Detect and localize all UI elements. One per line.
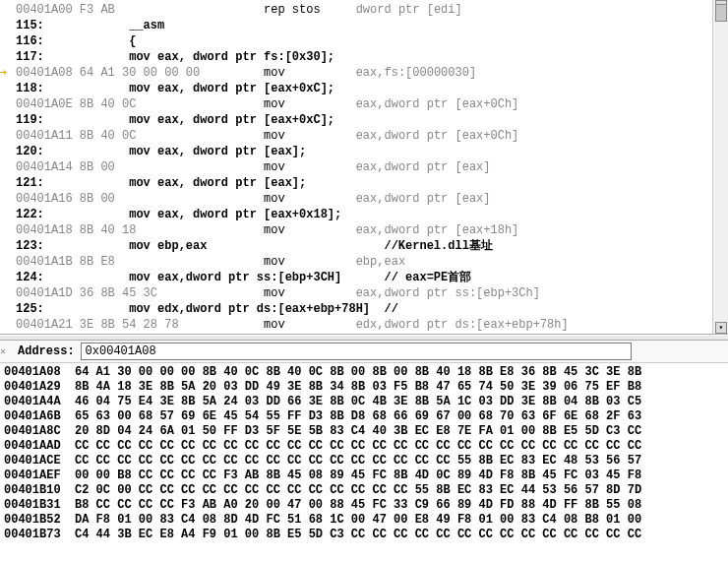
source-line[interactable]: 125: mov edx,dword ptr ds:[eax+ebp+78H] … (16, 301, 724, 317)
hex-row[interactable]: 00401A8C 20 8D 04 24 6A 01 50 FF D3 5F 5… (4, 424, 724, 439)
source-line[interactable]: 118: mov eax, dword ptr [eax+0xC]; (16, 81, 724, 96)
source-line[interactable]: 124: mov eax,dword ptr ss:[ebp+3CH] // e… (16, 270, 724, 285)
asm-line[interactable]: 00401A21 3E 8B 54 28 78 mov edx,dword pt… (16, 317, 724, 333)
address-input[interactable] (81, 343, 632, 360)
asm-line[interactable]: 00401A1D 36 8B 45 3C mov eax,dword ptr s… (16, 285, 724, 301)
hex-row[interactable]: 00401AAD CC CC CC CC CC CC CC CC CC CC C… (4, 439, 724, 454)
disassembly-listing[interactable]: 00401A00 F3 AB rep stos dword ptr [edi]1… (0, 0, 728, 334)
hex-row[interactable]: 00401B31 B8 CC CC CC CC F3 AB A0 20 00 4… (4, 498, 724, 513)
source-line[interactable]: 121: mov eax, dword ptr [eax]; (16, 175, 724, 191)
hex-row[interactable]: 00401A08 64 A1 30 00 00 00 8B 40 0C 8B 4… (4, 365, 724, 380)
asm-line[interactable]: 00401A0E 8B 40 0C mov eax,dword ptr [eax… (16, 96, 724, 112)
asm-line[interactable]: 00401A00 F3 AB rep stos dword ptr [edi] (16, 2, 724, 18)
disassembly-pane: ➔ 00401A00 F3 AB rep stos dword ptr [edi… (0, 0, 728, 335)
asm-line[interactable]: 00401A08 64 A1 30 00 00 00 mov eax,fs:[0… (16, 65, 724, 81)
asm-line[interactable]: 00401A16 8B 00 mov eax,dword ptr [eax] (16, 191, 724, 207)
source-line[interactable]: 119: mov eax, dword ptr [eax+0xC]; (16, 112, 724, 128)
asm-line[interactable]: 00401A11 8B 40 0C mov eax,dword ptr [eax… (16, 128, 724, 144)
scroll-thumb[interactable] (715, 4, 727, 22)
source-line[interactable]: 123: mov ebp,eax //Kernel.dll基址 (16, 238, 724, 254)
source-line[interactable]: 122: mov eax, dword ptr [eax+0x18]; (16, 207, 724, 222)
current-line-arrow: ➔ (0, 65, 7, 80)
asm-line[interactable]: 00401A14 8B 00 mov eax,dword ptr [eax] (16, 159, 724, 175)
scroll-down-arrow[interactable]: ▾ (715, 322, 727, 334)
source-line[interactable]: 116: { (16, 33, 724, 49)
vertical-scrollbar[interactable]: ▴ ▾ (712, 0, 728, 334)
source-line[interactable]: 117: mov eax, dword ptr fs:[0x30]; (16, 49, 724, 65)
hex-row[interactable]: 00401A6B 65 63 00 68 57 69 6E 45 54 55 F… (4, 409, 724, 424)
source-line[interactable]: 115: __asm (16, 18, 724, 33)
source-line[interactable]: 120: mov eax, dword ptr [eax]; (16, 144, 724, 159)
asm-line[interactable]: 00401A1B 8B E8 mov ebp,eax (16, 254, 724, 270)
hex-row[interactable]: 00401B73 C4 44 3B EC E8 A4 F9 01 00 8B E… (4, 528, 724, 542)
address-label: Address: (18, 344, 75, 358)
asm-line[interactable]: 00401A18 8B 40 18 mov eax,dword ptr [eax… (16, 222, 724, 238)
hex-row[interactable]: 00401AEF 00 00 B8 CC CC CC CC F3 AB 8B 4… (4, 468, 724, 483)
hex-row[interactable]: 00401A29 8B 4A 18 3E 8B 5A 20 03 DD 49 3… (4, 380, 724, 395)
hex-row[interactable]: 00401ACE CC CC CC CC CC CC CC CC CC CC C… (4, 454, 724, 468)
hex-row[interactable]: 00401B10 C2 0C 00 CC CC CC CC CC CC CC C… (4, 483, 724, 498)
hex-row[interactable]: 00401B52 DA F8 01 00 83 C4 08 8D 4D FC 5… (4, 513, 724, 528)
memory-pane: ✕ Address: 00401A08 64 A1 30 00 00 00 8B… (0, 341, 728, 562)
pin-icon[interactable]: ✕ (0, 345, 6, 357)
hex-row[interactable]: 00401A4A 46 04 75 E4 3E 8B 5A 24 03 DD 6… (4, 395, 724, 409)
address-bar: ✕ Address: (0, 341, 728, 363)
hex-dump[interactable]: 00401A08 64 A1 30 00 00 00 8B 40 0C 8B 4… (0, 363, 728, 544)
